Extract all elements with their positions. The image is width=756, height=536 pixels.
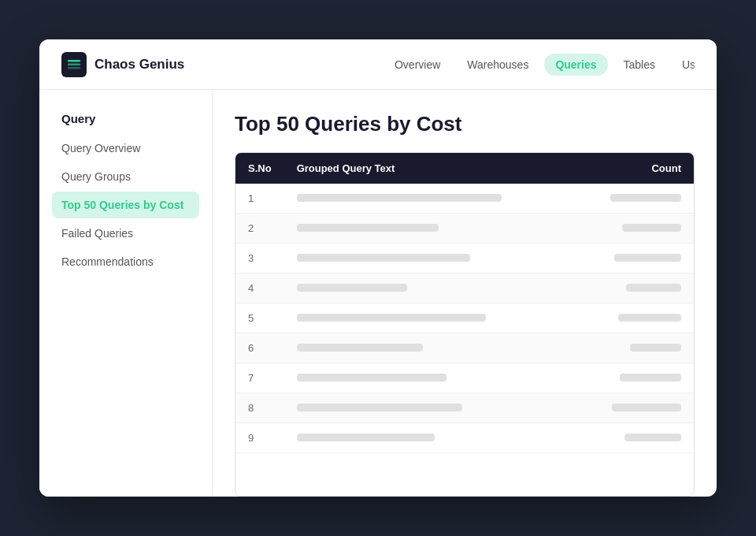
cell-query-text (284, 274, 573, 303)
cell-count (573, 303, 694, 333)
table-row: 4 (235, 274, 694, 303)
cell-query-text (284, 393, 573, 423)
table-row: 6 (235, 333, 694, 363)
cell-query-text (284, 423, 573, 453)
table-row: 7 (235, 363, 694, 393)
cell-count (573, 393, 694, 423)
col-header-count: Count (573, 153, 694, 184)
table-header-row: S.No Grouped Query Text Count (235, 153, 694, 184)
cell-count (573, 363, 694, 393)
svg-rect-2 (68, 67, 80, 69)
cell-count (573, 333, 694, 363)
nav-link-overview[interactable]: Overview (384, 54, 451, 76)
cell-query-text (284, 363, 573, 393)
sidebar: Query Query Overview Query Groups Top 50… (39, 90, 213, 497)
nav-links: Overview Warehouses Queries Tables Us (384, 54, 695, 76)
sidebar-item-recommendations[interactable]: Recommendations (52, 248, 199, 275)
cell-sno: 2 (235, 214, 284, 244)
brand-icon (61, 52, 87, 77)
cell-query-text (284, 333, 573, 363)
sidebar-item-query-groups[interactable]: Query Groups (52, 163, 199, 190)
cell-sno: 8 (235, 393, 284, 423)
brand: Chaos Genius (61, 52, 384, 77)
table-row: 3 (235, 244, 694, 274)
nav-link-queries[interactable]: Queries (544, 54, 607, 76)
cell-sno: 7 (235, 363, 284, 393)
table-row: 5 (235, 303, 694, 333)
nav-link-warehouses[interactable]: Warehouses (456, 54, 539, 76)
cell-count (573, 184, 694, 214)
cell-query-text (284, 244, 573, 274)
table-row: 1 (235, 184, 694, 214)
cell-query-text (284, 303, 573, 333)
sidebar-item-failed-queries[interactable]: Failed Queries (52, 220, 199, 247)
cell-sno: 4 (235, 274, 284, 303)
cell-sno: 9 (235, 423, 284, 453)
sidebar-item-top-50-queries[interactable]: Top 50 Queries by Cost (52, 192, 199, 218)
nav-link-tables[interactable]: Tables (613, 54, 666, 76)
col-header-query-text: Grouped Query Text (284, 153, 573, 184)
svg-rect-0 (68, 60, 80, 62)
table-wrapper: S.No Grouped Query Text Count 123456789 (235, 152, 695, 497)
svg-rect-1 (68, 63, 80, 65)
sidebar-item-query-overview[interactable]: Query Overview (52, 135, 199, 162)
table-row: 2 (235, 214, 694, 244)
cell-count (573, 244, 694, 274)
cell-sno: 6 (235, 333, 284, 363)
main-content: Top 50 Queries by Cost S.No Grouped Quer… (213, 90, 717, 497)
body: Query Query Overview Query Groups Top 50… (39, 90, 717, 497)
cell-sno: 5 (235, 303, 284, 333)
nav-link-users[interactable]: Us (671, 54, 695, 76)
brand-name: Chaos Genius (94, 57, 184, 73)
navbar: Chaos Genius Overview Warehouses Queries… (39, 39, 717, 90)
table-row: 8 (235, 393, 694, 423)
col-header-sno: S.No (235, 153, 284, 184)
table-row: 9 (235, 423, 694, 453)
data-table: S.No Grouped Query Text Count 123456789 (235, 153, 694, 453)
cell-sno: 3 (235, 244, 284, 274)
sidebar-section-title: Query (52, 112, 199, 125)
cell-count (573, 274, 694, 303)
cell-query-text (284, 184, 573, 214)
cell-sno: 1 (235, 184, 284, 214)
page-title: Top 50 Queries by Cost (235, 112, 695, 136)
cell-query-text (284, 214, 573, 244)
cell-count (573, 423, 694, 453)
cell-count (573, 214, 694, 244)
app-window: Chaos Genius Overview Warehouses Queries… (39, 39, 717, 497)
